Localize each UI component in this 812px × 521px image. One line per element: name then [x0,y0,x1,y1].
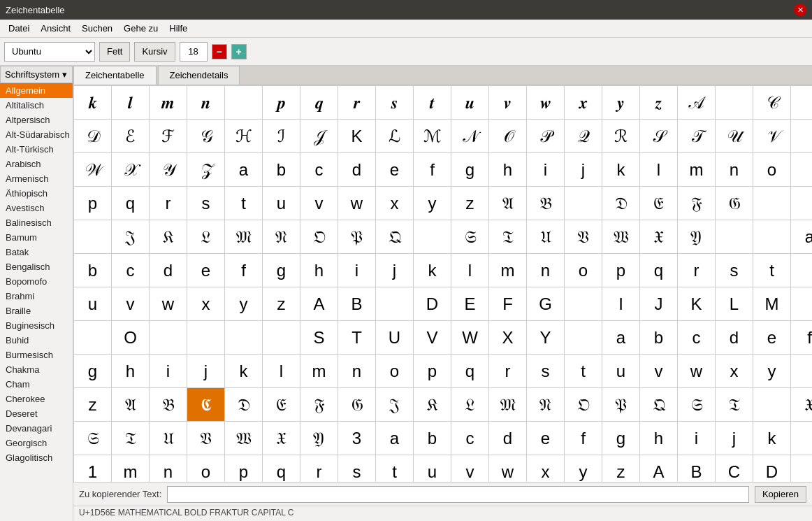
char-cell[interactable]: 𝔇 [602,187,640,220]
char-cell[interactable]: C [716,455,753,482]
char-cell[interactable]: 𝔍 [376,388,414,422]
char-cell[interactable]: u [263,187,300,220]
char-cell[interactable]: 𝒲 [74,153,112,187]
char-cell[interactable]: s [187,187,225,220]
char-cell[interactable]: z [263,287,300,321]
char-cell[interactable]: h [112,355,150,388]
char-cell[interactable]: m [489,254,527,287]
char-cell[interactable]: m [300,355,338,388]
char-cell[interactable]: 𝔈 [640,187,678,220]
sidebar-item-chakma[interactable]: Chakma [0,362,73,377]
sidebar-item-devanagari[interactable]: Devanagari [0,421,73,436]
char-cell[interactable]: v [451,455,489,482]
char-cell[interactable]: 𝒍 [112,86,150,120]
italic-button[interactable]: Kursiv [134,42,175,62]
char-cell[interactable]: g [602,422,640,455]
char-cell[interactable]: r [678,254,716,287]
char-cell[interactable]: 𝔒 [300,220,338,254]
char-cell[interactable]: p [225,455,263,482]
char-cell[interactable]: b [414,422,451,455]
char-cell[interactable]: e [753,321,791,355]
char-cell[interactable]: 3 [338,422,376,455]
char-cell[interactable]: g [74,355,112,388]
char-cell[interactable]: y [414,187,451,220]
char-cell[interactable]: 𝔅 [150,388,187,422]
sidebar-item-balinesisch[interactable]: Balinesisch [0,215,73,230]
sidebar-item-glagolitisch[interactable]: Glagolitisch [0,450,73,465]
char-cell[interactable]: t [753,254,791,287]
size-decrease-button[interactable]: − [212,44,227,59]
sidebar-item-bopomofo[interactable]: Bopomofo [0,274,73,289]
char-cell[interactable]: a [376,422,414,455]
char-cell[interactable]: 𝒎 [150,86,187,120]
char-cell[interactable]: 𝔏 [451,388,489,422]
char-cell[interactable]: s [338,455,376,482]
char-cell[interactable]: 𝒒 [300,86,338,120]
char-cell[interactable]: c [678,321,716,355]
char-cell[interactable]: o [187,455,225,482]
char-cell[interactable]: l [640,153,678,187]
sidebar-item-armenisch[interactable]: Armenisch [0,171,73,186]
char-cell[interactable]: 𝒰 [716,120,753,153]
char-cell[interactable]: 𝔗 [489,220,527,254]
char-cell[interactable]: c [112,254,150,287]
copy-button[interactable]: Kopieren [755,486,806,503]
char-cell[interactable]: d [489,422,527,455]
char-cell[interactable]: h [640,422,678,455]
char-cell[interactable]: 𝒯 [678,120,716,153]
menu-datei[interactable]: Datei [3,22,35,35]
char-cell[interactable]: u [414,455,451,482]
sidebar-item-buhid[interactable]: Buhid [0,333,73,348]
char-cell[interactable]: 𝔜 [300,422,338,455]
char-cell[interactable]: 𝒪 [489,120,527,153]
char-cell[interactable]: 𝔘 [527,220,565,254]
char-cell[interactable]: 𝒜 [678,86,716,120]
char-cell[interactable]: E [451,287,489,321]
sidebar-item-bamum[interactable]: Bamum [0,230,73,245]
char-cell[interactable]: v [112,287,150,321]
char-cell[interactable]: 𝔙 [565,220,602,254]
char-cell[interactable]: 𝔏 [187,220,225,254]
char-cell[interactable]: y [753,355,791,388]
char-cell[interactable]: 𝔉 [300,388,338,422]
sidebar-header[interactable]: Schriftsystem ▾ [0,66,73,83]
char-cell[interactable]: G [527,287,565,321]
char-cell[interactable]: d [338,153,376,187]
char-cell[interactable]: u [74,287,112,321]
size-increase-button[interactable]: + [231,44,247,59]
char-cell[interactable]: w [489,455,527,482]
char-cell[interactable]: 𝒑 [263,86,300,120]
char-cell[interactable]: 𝔎 [414,388,451,422]
char-cell[interactable]: y [225,287,263,321]
char-cell[interactable]: A [300,287,338,321]
sidebar-item-braille[interactable]: Braille [0,304,73,318]
char-cell[interactable]: m [112,455,150,482]
char-cell[interactable]: 𝒏 [187,86,225,120]
tab-zeichendetails[interactable]: Zeichendetails [158,66,240,85]
char-cell[interactable]: x [376,187,414,220]
char-cell[interactable]: j [565,153,602,187]
sidebar-item-batak[interactable]: Batak [0,245,73,259]
sidebar-item-deseret[interactable]: Deseret [0,406,73,421]
char-cell[interactable]: O [112,321,150,355]
sidebar-item-altitalisch[interactable]: Altitalisch [0,98,73,113]
char-cell[interactable]: L [716,287,753,321]
char-cell[interactable]: b [263,153,300,187]
char-cell[interactable]: S [300,321,338,355]
char-cell[interactable]: M [753,287,791,321]
menu-hilfe[interactable]: Hilfe [164,22,193,35]
sidebar-item--thiopisch[interactable]: Äthiopisch [0,186,73,201]
char-cell[interactable]: 𝔘 [150,422,187,455]
char-cell[interactable]: l [451,254,489,287]
char-cell[interactable]: t [565,355,602,388]
char-cell[interactable]: 𝒞 [753,86,791,120]
char-cell[interactable]: V [414,321,451,355]
char-cell[interactable]: 𝔗 [716,388,753,422]
char-cell[interactable]: a [602,321,640,355]
char-cell[interactable]: a [225,153,263,187]
char-cell[interactable]: 𝔍 [112,220,150,254]
char-cell[interactable]: p [74,187,112,220]
char-cell[interactable]: 𝔄 [489,187,527,220]
char-cell[interactable]: 𝔖 [451,220,489,254]
char-cell[interactable]: 𝒢 [187,120,225,153]
